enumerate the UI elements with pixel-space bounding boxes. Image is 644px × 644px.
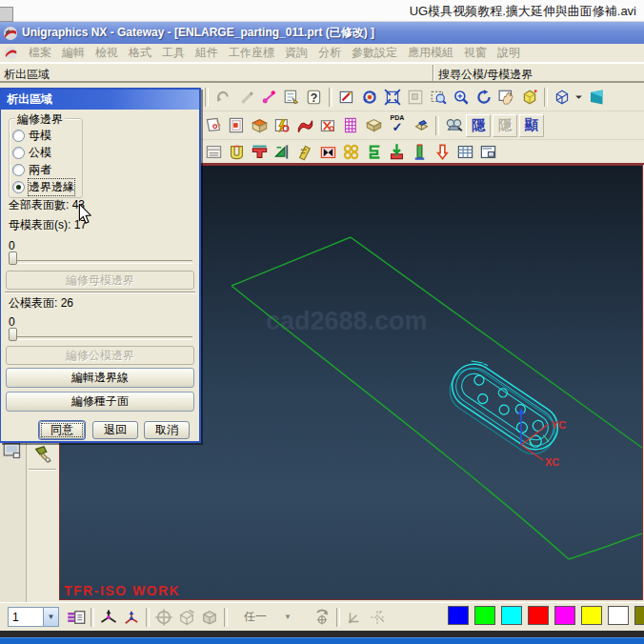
slider-thumb[interactable] [9,328,17,341]
partial-display-icon[interactable] [584,86,607,109]
slider-wedge-icon[interactable] [271,140,293,163]
zoom-window-icon[interactable] [427,86,450,109]
animate-icon[interactable] [257,86,280,109]
runner-icon[interactable] [362,140,385,163]
edit-icon[interactable] [234,86,257,109]
edit-cavity-boundary-button[interactable]: 編修母模邊界 [6,271,194,290]
cavity-slider[interactable] [9,252,192,265]
radio-boundary-edge[interactable]: 邊界邊緣 [12,179,74,195]
color-swatch-1[interactable] [474,606,495,625]
edit-core-boundary-button[interactable]: 編修公模邊界 [6,346,194,365]
pda-check-icon[interactable]: PDA✓ [385,114,410,137]
rotate-view-icon[interactable] [358,86,381,109]
mini-axis-icon[interactable] [343,606,366,629]
trim-icon[interactable] [316,140,339,163]
color-swatch-3[interactable] [528,606,549,625]
hide-disabled-button[interactable]: 隱 [493,114,517,137]
status-text: 搜尋公模/母模邊界 [438,67,533,83]
menu-window[interactable]: 視窗 [464,45,487,61]
menu-edit[interactable]: 編輯 [62,45,85,61]
customize-icon[interactable] [280,86,303,109]
menu-help[interactable]: 說明 [497,45,520,61]
cancel-button[interactable]: 取消 [144,421,190,439]
combo-dropdown-icon[interactable]: ▼ [43,608,58,626]
show-button[interactable]: 顯 [519,114,544,137]
menu-analysis[interactable]: 分析 [318,45,341,61]
gate-icon[interactable] [385,140,408,163]
tool-icon[interactable] [33,443,54,466]
ok-button[interactable]: 同意 [39,421,85,439]
undo-icon[interactable] [211,86,234,109]
menu-application[interactable]: 應用模組 [408,45,453,61]
rotate-icon[interactable] [473,86,495,109]
layer-combo[interactable]: 1 ▼ [8,607,59,627]
layer-list-icon[interactable] [65,606,88,629]
gray-cube-icon[interactable] [198,606,221,629]
target-icon[interactable] [152,606,175,629]
core-cavity-icon[interactable] [248,114,271,137]
selection-filter-combo[interactable]: 任一 ▼ [244,609,311,626]
dialog-title-bar[interactable]: 析出區域 [1,90,199,110]
sheet-pen-icon[interactable] [202,114,225,137]
taskbar-strip-blue[interactable] [0,637,644,644]
display-mode-dropdown-icon[interactable] [574,86,584,109]
parting-sheet-icon[interactable] [293,114,316,137]
fit-view-icon[interactable] [381,86,404,109]
menu-file[interactable]: 檔案 [29,45,51,61]
stamp-icon[interactable] [410,114,433,137]
zoom-in-icon[interactable] [450,86,473,109]
color-swatch-0[interactable] [448,606,469,625]
rotate-wcs-icon[interactable] [311,606,333,629]
refresh-display-icon[interactable] [335,86,358,109]
chain-icon[interactable] [339,140,362,163]
wcs-dynamics-icon[interactable] [97,606,120,629]
edit-seed-face-button[interactable]: 編修種子面 [6,392,194,412]
back-button[interactable]: 退回 [92,421,138,439]
lifter-icon[interactable] [293,140,316,163]
color-swatch-4[interactable] [554,606,575,625]
mini-crosshair-icon[interactable] [366,606,389,629]
shaded-cube-icon[interactable] [518,86,541,109]
cavity-icon[interactable] [225,140,248,163]
table-icon[interactable] [453,140,476,163]
hide-button[interactable]: 隱 [466,114,491,137]
ejector-icon[interactable] [431,140,453,163]
core-slider[interactable] [9,328,192,341]
menu-assemblies[interactable]: 組件 [195,45,218,61]
subwindow-icon[interactable] [476,140,499,163]
edit-boundary-line-button[interactable]: 編輯邊界線 [6,368,194,388]
delete-region-icon[interactable] [316,114,339,137]
menu-wcs[interactable]: 工作座標 [229,45,274,61]
color-swatch-5[interactable] [581,606,602,625]
pin-icon[interactable] [408,140,431,163]
menu-format[interactable]: 格式 [129,45,151,61]
radio-core[interactable]: 公模 [12,145,51,161]
radio-both[interactable]: 兩者 [12,162,51,178]
filter-dropdown-icon[interactable]: ▼ [284,613,292,621]
wireframe-cube-icon[interactable] [551,86,574,109]
color-swatch-7[interactable] [634,606,644,625]
workpiece-icon[interactable] [362,114,385,137]
pan-icon[interactable] [495,86,518,109]
window-title-bar[interactable]: Unigraphics NX - Gateway - [ENLARGE_part… [0,22,644,44]
mold-plates-icon[interactable] [339,114,362,137]
radio-cavity[interactable]: 母模 [12,128,51,144]
snap-box-icon[interactable] [175,606,198,629]
core-faces-label: 公模表面: 26 [9,295,73,312]
list-window-icon[interactable] [202,140,225,163]
wcs-origin-icon[interactable] [120,606,143,629]
help-icon[interactable]: ? [303,86,326,109]
zoom-box-icon[interactable] [404,86,427,109]
menu-tools[interactable]: 工具 [162,45,185,61]
core-press-icon[interactable] [248,140,271,163]
menu-preferences[interactable]: 參數設定 [352,45,397,61]
display-window-icon[interactable] [3,442,22,459]
search-edge-icon[interactable] [442,114,465,137]
bolt-card-icon[interactable] [271,114,293,137]
color-swatch-2[interactable] [501,606,522,625]
slider-thumb[interactable] [9,252,17,265]
menu-information[interactable]: 資詢 [285,45,308,61]
menu-view[interactable]: 檢視 [95,45,118,61]
color-swatch-6[interactable] [608,606,629,625]
window-region-icon[interactable] [225,114,248,137]
